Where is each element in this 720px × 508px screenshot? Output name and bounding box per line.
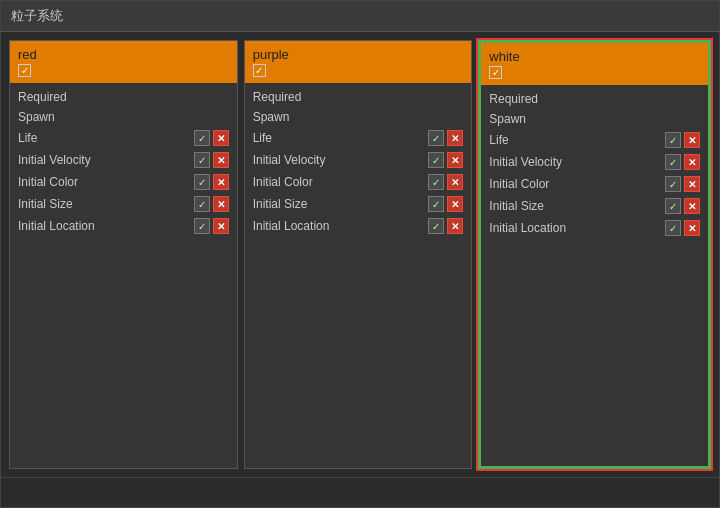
property-x-btn-white-6[interactable]: ✕ bbox=[684, 220, 700, 236]
panel-body-white: RequiredSpawnLife✓✕Initial Velocity✓✕Ini… bbox=[481, 85, 708, 466]
property-row: Initial Size✓✕ bbox=[481, 195, 708, 217]
selected-panel-wrapper: white✓RequiredSpawnLife✓✕Initial Velocit… bbox=[478, 40, 711, 469]
panel-checkbox-row-purple: ✓ bbox=[253, 64, 464, 77]
content-area: red✓RequiredSpawnLife✓✕Initial Velocity✓… bbox=[1, 32, 719, 477]
property-actions-red-5: ✓✕ bbox=[194, 196, 229, 212]
panel-checkbox-row-white: ✓ bbox=[489, 66, 700, 79]
property-label-red-4: Initial Color bbox=[18, 175, 194, 189]
property-check-btn-white-6[interactable]: ✓ bbox=[665, 220, 681, 236]
bottom-bar bbox=[1, 477, 719, 507]
property-label-purple-6: Initial Location bbox=[253, 219, 429, 233]
property-actions-purple-3: ✓✕ bbox=[428, 152, 463, 168]
property-x-btn-red-4[interactable]: ✕ bbox=[213, 174, 229, 190]
property-x-btn-red-6[interactable]: ✕ bbox=[213, 218, 229, 234]
property-x-btn-white-3[interactable]: ✕ bbox=[684, 154, 700, 170]
property-label-purple-2: Life bbox=[253, 131, 429, 145]
property-label-white-5: Initial Size bbox=[489, 199, 665, 213]
property-x-btn-purple-5[interactable]: ✕ bbox=[447, 196, 463, 212]
panel-body-red: RequiredSpawnLife✓✕Initial Velocity✓✕Ini… bbox=[10, 83, 237, 468]
property-label-purple-4: Initial Color bbox=[253, 175, 429, 189]
panel-white[interactable]: white✓RequiredSpawnLife✓✕Initial Velocit… bbox=[481, 43, 708, 466]
property-label-red-2: Life bbox=[18, 131, 194, 145]
property-check-btn-purple-2[interactable]: ✓ bbox=[428, 130, 444, 146]
property-check-btn-red-3[interactable]: ✓ bbox=[194, 152, 210, 168]
property-actions-purple-5: ✓✕ bbox=[428, 196, 463, 212]
section-label-red-1: Spawn bbox=[10, 107, 237, 127]
property-row: Initial Color✓✕ bbox=[10, 171, 237, 193]
panel-body-purple: RequiredSpawnLife✓✕Initial Velocity✓✕Ini… bbox=[245, 83, 472, 468]
property-label-white-6: Initial Location bbox=[489, 221, 665, 235]
property-check-btn-white-4[interactable]: ✓ bbox=[665, 176, 681, 192]
property-check-btn-red-5[interactable]: ✓ bbox=[194, 196, 210, 212]
property-x-btn-red-2[interactable]: ✕ bbox=[213, 130, 229, 146]
panel-checkbox-row-red: ✓ bbox=[18, 64, 229, 77]
property-row: Life✓✕ bbox=[10, 127, 237, 149]
property-check-btn-purple-4[interactable]: ✓ bbox=[428, 174, 444, 190]
property-check-btn-purple-3[interactable]: ✓ bbox=[428, 152, 444, 168]
property-actions-white-4: ✓✕ bbox=[665, 176, 700, 192]
panel-checkbox-white[interactable]: ✓ bbox=[489, 66, 502, 79]
property-x-btn-white-4[interactable]: ✕ bbox=[684, 176, 700, 192]
property-row: Initial Location✓✕ bbox=[481, 217, 708, 239]
title-bar: 粒子系统 bbox=[1, 1, 719, 32]
property-row: Initial Size✓✕ bbox=[245, 193, 472, 215]
property-label-white-3: Initial Velocity bbox=[489, 155, 665, 169]
property-actions-red-4: ✓✕ bbox=[194, 174, 229, 190]
panel-checkbox-purple[interactable]: ✓ bbox=[253, 64, 266, 77]
property-check-btn-white-3[interactable]: ✓ bbox=[665, 154, 681, 170]
property-x-btn-red-3[interactable]: ✕ bbox=[213, 152, 229, 168]
property-x-btn-purple-6[interactable]: ✕ bbox=[447, 218, 463, 234]
property-x-btn-red-5[interactable]: ✕ bbox=[213, 196, 229, 212]
property-actions-purple-4: ✓✕ bbox=[428, 174, 463, 190]
property-check-btn-white-5[interactable]: ✓ bbox=[665, 198, 681, 214]
panel-checkbox-red[interactable]: ✓ bbox=[18, 64, 31, 77]
property-x-btn-purple-4[interactable]: ✕ bbox=[447, 174, 463, 190]
property-check-btn-red-4[interactable]: ✓ bbox=[194, 174, 210, 190]
property-x-btn-purple-3[interactable]: ✕ bbox=[447, 152, 463, 168]
property-actions-red-2: ✓✕ bbox=[194, 130, 229, 146]
property-check-btn-red-6[interactable]: ✓ bbox=[194, 218, 210, 234]
property-row: Life✓✕ bbox=[481, 129, 708, 151]
section-label-red-0: Required bbox=[10, 87, 237, 107]
property-label-red-5: Initial Size bbox=[18, 197, 194, 211]
property-label-red-3: Initial Velocity bbox=[18, 153, 194, 167]
property-check-btn-purple-6[interactable]: ✓ bbox=[428, 218, 444, 234]
panel-title-purple: purple bbox=[253, 47, 464, 62]
property-x-btn-white-2[interactable]: ✕ bbox=[684, 132, 700, 148]
property-row: Initial Location✓✕ bbox=[10, 215, 237, 237]
property-label-purple-5: Initial Size bbox=[253, 197, 429, 211]
panel-title-white: white bbox=[489, 49, 700, 64]
property-label-red-6: Initial Location bbox=[18, 219, 194, 233]
property-label-white-2: Life bbox=[489, 133, 665, 147]
panel-red[interactable]: red✓RequiredSpawnLife✓✕Initial Velocity✓… bbox=[9, 40, 238, 469]
section-label-purple-0: Required bbox=[245, 87, 472, 107]
panel-header-white: white✓ bbox=[481, 43, 708, 85]
property-check-btn-white-2[interactable]: ✓ bbox=[665, 132, 681, 148]
property-row: Initial Velocity✓✕ bbox=[10, 149, 237, 171]
property-actions-red-6: ✓✕ bbox=[194, 218, 229, 234]
property-actions-white-6: ✓✕ bbox=[665, 220, 700, 236]
panel-header-red: red✓ bbox=[10, 41, 237, 83]
property-x-btn-white-5[interactable]: ✕ bbox=[684, 198, 700, 214]
property-row: Initial Color✓✕ bbox=[245, 171, 472, 193]
property-check-btn-red-2[interactable]: ✓ bbox=[194, 130, 210, 146]
panel-header-purple: purple✓ bbox=[245, 41, 472, 83]
panel-purple[interactable]: purple✓RequiredSpawnLife✓✕Initial Veloci… bbox=[244, 40, 473, 469]
property-row: Initial Location✓✕ bbox=[245, 215, 472, 237]
property-check-btn-purple-5[interactable]: ✓ bbox=[428, 196, 444, 212]
property-label-white-4: Initial Color bbox=[489, 177, 665, 191]
property-row: Initial Size✓✕ bbox=[10, 193, 237, 215]
section-label-white-1: Spawn bbox=[481, 109, 708, 129]
property-actions-red-3: ✓✕ bbox=[194, 152, 229, 168]
property-actions-white-5: ✓✕ bbox=[665, 198, 700, 214]
section-label-white-0: Required bbox=[481, 89, 708, 109]
property-actions-white-2: ✓✕ bbox=[665, 132, 700, 148]
property-actions-white-3: ✓✕ bbox=[665, 154, 700, 170]
main-window: 粒子系统 red✓RequiredSpawnLife✓✕Initial Velo… bbox=[0, 0, 720, 508]
window-title: 粒子系统 bbox=[11, 8, 63, 23]
section-label-purple-1: Spawn bbox=[245, 107, 472, 127]
property-row: Life✓✕ bbox=[245, 127, 472, 149]
property-actions-purple-6: ✓✕ bbox=[428, 218, 463, 234]
property-x-btn-purple-2[interactable]: ✕ bbox=[447, 130, 463, 146]
property-row: Initial Velocity✓✕ bbox=[245, 149, 472, 171]
